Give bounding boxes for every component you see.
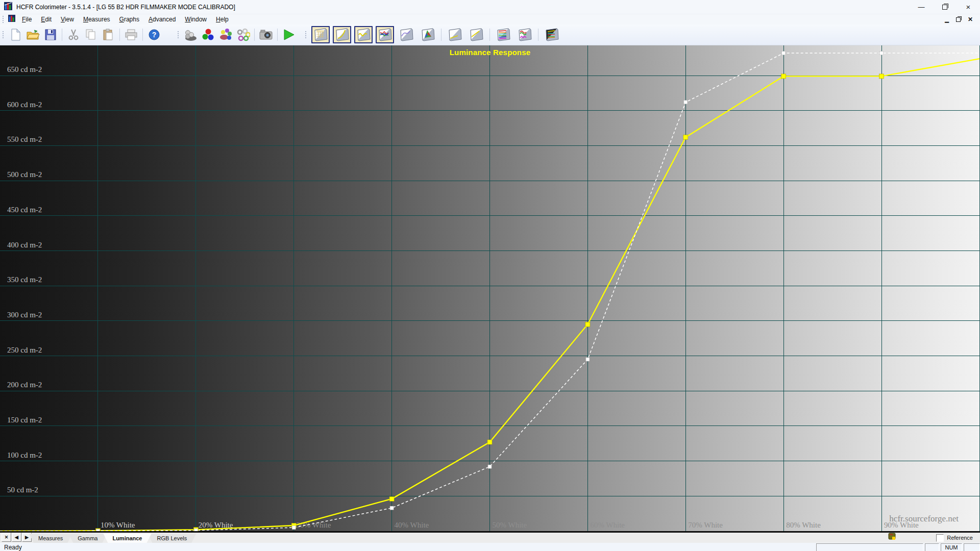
close-button[interactable]: × [957, 0, 980, 14]
svg-text:200 cd m-2: 200 cd m-2 [7, 381, 42, 389]
svg-text:40% White: 40% White [395, 521, 429, 529]
svg-text:30% White: 30% White [297, 521, 331, 529]
menu-measures[interactable]: Measures [79, 15, 115, 24]
paste-button[interactable] [101, 27, 116, 42]
new-document-button[interactable] [8, 27, 23, 42]
near-black-graph-icon [448, 28, 462, 41]
minimize-button[interactable]: — [910, 0, 933, 14]
svg-text:50 cd m-2: 50 cd m-2 [7, 486, 38, 494]
print-button[interactable] [124, 27, 139, 42]
toolbar-separator [62, 29, 62, 41]
tab-close-button[interactable]: ✕ [2, 533, 11, 542]
menubar-drag-handle[interactable] [3, 16, 6, 23]
about-help-icon: ? [148, 29, 160, 41]
child-minimize-button[interactable]: ▁ [945, 17, 949, 22]
spectrum-graph-button[interactable] [543, 26, 561, 43]
svg-text:100 cd m-2: 100 cd m-2 [7, 451, 42, 459]
toolbar-drag-handle-1[interactable] [3, 31, 6, 38]
camera-button[interactable] [258, 27, 274, 42]
open-file-icon [26, 29, 40, 41]
menu-bar: File Edit View Measures Graphs Advanced … [0, 14, 980, 24]
cie-diagram-icon [421, 28, 435, 41]
save-icon [44, 29, 57, 41]
saturation-graph-button[interactable] [494, 26, 512, 43]
free-measure-button[interactable] [218, 27, 233, 42]
run-measures-button[interactable] [281, 27, 297, 42]
status-bar: Ready NUM [0, 543, 980, 551]
svg-text:60% White: 60% White [590, 521, 625, 529]
measure-toolbar-group [182, 27, 298, 42]
menu-edit[interactable]: Edit [36, 15, 56, 24]
toolbar-drag-handle-2[interactable] [178, 31, 181, 38]
color-temperature-graph-button[interactable] [397, 26, 415, 43]
tab-luminance[interactable]: Luminance [103, 534, 151, 543]
reference-checkbox[interactable] [936, 534, 944, 542]
child-window-icon [8, 15, 15, 24]
menu-window[interactable]: Window [180, 15, 211, 24]
child-close-button[interactable]: ✕ [968, 16, 973, 23]
open-file-button[interactable] [26, 27, 41, 42]
cut-button[interactable] [66, 27, 81, 42]
paste-icon [102, 29, 114, 41]
svg-text:250 cd m-2: 250 cd m-2 [7, 346, 42, 354]
gamma-graph-icon [335, 28, 349, 41]
menu-graphs[interactable]: Graphs [115, 15, 144, 24]
toolbar-separator [489, 29, 490, 41]
rgb-measure-button[interactable] [201, 27, 216, 42]
cie-diagram-button[interactable] [419, 26, 437, 43]
copy-button[interactable] [83, 27, 99, 42]
camera-icon [259, 29, 273, 41]
run-measures-icon [282, 28, 296, 41]
chart-title: Luminance Response [0, 48, 980, 57]
menu-view[interactable]: View [56, 15, 79, 24]
tab-measures[interactable]: Measures [29, 534, 72, 543]
measures-table-button[interactable] [311, 26, 330, 43]
sensor-button[interactable] [183, 27, 199, 42]
toolbar: ? [0, 24, 980, 45]
toolbar-separator [277, 29, 278, 41]
restore-button[interactable] [933, 0, 957, 14]
free-measure-icon [218, 28, 233, 41]
graph-toolbar-group [310, 26, 562, 43]
menu-advanced[interactable]: Advanced [144, 15, 180, 24]
luminance-graph-button[interactable] [354, 26, 373, 43]
child-restore-button[interactable] [956, 17, 961, 22]
measures-graph-button[interactable] [516, 26, 534, 43]
measures-table-icon [313, 28, 328, 41]
svg-text:600 cd m-2: 600 cd m-2 [7, 101, 42, 109]
saturation-graph-icon [496, 28, 510, 41]
new-document-icon [10, 28, 22, 41]
near-black-graph-button[interactable] [446, 26, 464, 43]
tab-rgb-levels[interactable]: RGB Levels [148, 534, 197, 543]
tab-gamma[interactable]: Gamma [68, 534, 107, 543]
child-window-controls: ▁ ✕ [945, 16, 980, 23]
toolbar-separator [254, 29, 255, 41]
status-panel [964, 543, 980, 551]
about-help-button[interactable]: ? [146, 27, 162, 42]
svg-text:550 cd m-2: 550 cd m-2 [7, 135, 42, 143]
status-panel [816, 543, 923, 551]
svg-text:400 cd m-2: 400 cd m-2 [7, 241, 42, 249]
svg-text:?: ? [152, 31, 157, 39]
near-white-graph-button[interactable] [467, 26, 485, 43]
grayscale-measure-button[interactable] [235, 27, 251, 42]
rgb-levels-graph-icon [378, 28, 392, 41]
save-button[interactable] [43, 27, 58, 42]
app-icon [4, 2, 12, 12]
measures-graph-icon [518, 28, 532, 41]
tab-scroll-left-button[interactable]: ◀ [12, 533, 21, 542]
svg-text:500 cd m-2: 500 cd m-2 [7, 170, 42, 179]
toolbar-drag-handle-3[interactable] [305, 31, 308, 38]
svg-text:70% White: 70% White [688, 521, 723, 529]
gamma-graph-button[interactable] [333, 26, 351, 43]
menu-file[interactable]: File [17, 15, 36, 24]
menu-help[interactable]: Help [211, 15, 233, 24]
svg-text:300 cd m-2: 300 cd m-2 [7, 311, 42, 319]
color-temperature-graph-icon [399, 28, 413, 41]
toolbar-separator [538, 29, 538, 41]
svg-text:650 cd m-2: 650 cd m-2 [7, 65, 42, 73]
rgb-levels-graph-button[interactable] [376, 26, 394, 43]
status-message: Ready [0, 544, 22, 551]
svg-text:450 cd m-2: 450 cd m-2 [7, 206, 42, 214]
toolbar-separator [142, 29, 143, 41]
